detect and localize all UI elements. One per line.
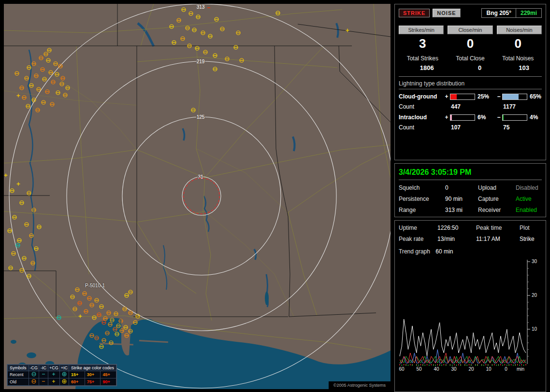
upload-label: Upload bbox=[478, 184, 516, 191]
intracloud-label: Intracloud bbox=[399, 114, 443, 121]
receiver-label: Receiver bbox=[478, 207, 516, 213]
svg-text:31: 31 bbox=[198, 174, 203, 180]
svg-text:30: 30 bbox=[532, 259, 537, 264]
cloud-ground-label: Cloud-ground bbox=[399, 93, 443, 100]
cg-minus-count: 1177 bbox=[495, 103, 548, 110]
total-strikes-value: 1806 bbox=[399, 64, 447, 71]
range-rings: 31321912531 bbox=[9, 4, 391, 388]
total-close-value: 0 bbox=[447, 64, 494, 71]
legend-row-recent: Recent15+30+45+ bbox=[8, 371, 116, 378]
close-per-min-button[interactable]: Close/min bbox=[448, 26, 492, 34]
upload-status: Disabled bbox=[516, 184, 542, 191]
total-strikes-label: Total Strikes bbox=[399, 55, 447, 62]
cm-icon bbox=[29, 371, 39, 378]
svg-text:20: 20 bbox=[532, 293, 537, 298]
squelch-value: 0 bbox=[445, 184, 478, 191]
distribution-title: Lightning type distribution bbox=[399, 80, 542, 87]
strikes-per-min-button[interactable]: Strikes/min bbox=[399, 26, 444, 34]
cg-plus-pct: 25% bbox=[475, 93, 495, 100]
strike-button[interactable]: STRIKE bbox=[399, 9, 430, 17]
svg-text:20: 20 bbox=[468, 366, 474, 372]
noises-per-min-value: 0 bbox=[494, 36, 542, 51]
trend-box: Uptime 1226:50 Peak time Plot Peak rate … bbox=[394, 220, 546, 392]
total-close-label: Total Close bbox=[447, 55, 494, 62]
svg-text:40: 40 bbox=[434, 366, 439, 372]
cm-icon bbox=[29, 378, 39, 386]
ic-minus-pct: 4% bbox=[527, 114, 548, 121]
cg-minus-pct: 65% bbox=[527, 93, 548, 100]
plus-sign: + bbox=[443, 93, 450, 100]
capture-label: Capture bbox=[478, 196, 516, 202]
legend-symbols-title: Symbols bbox=[8, 365, 29, 371]
squelch-label: Squelch bbox=[399, 184, 445, 191]
age-code: 90+ bbox=[101, 378, 116, 386]
legend-age-title: Strike age color codes bbox=[69, 365, 116, 371]
datetime-display: 3/4/2026 3:05:19 PM bbox=[399, 168, 542, 180]
nexstorm-window: 31321912531 P-5010-1 Symbols -CG -IC +CG… bbox=[0, 0, 550, 392]
road-network bbox=[4, 4, 391, 350]
ic-plus-pct: 6% bbox=[475, 114, 495, 121]
uptime-label: Uptime bbox=[399, 224, 437, 231]
noise-button[interactable]: NOISE bbox=[433, 9, 460, 17]
svg-text:30: 30 bbox=[451, 366, 457, 372]
copyright: ©2005 Astrogenic Systems bbox=[329, 381, 391, 389]
minus-sign: − bbox=[495, 93, 502, 100]
peak-rate-label: Peak rate bbox=[399, 236, 437, 242]
capture-status: Active bbox=[516, 196, 542, 202]
sensor-label: P-5010-1 bbox=[85, 283, 105, 288]
peak-rate-value: 13/min bbox=[437, 236, 476, 242]
ic-plus-count: 107 bbox=[443, 124, 495, 131]
state-borders bbox=[4, 4, 391, 317]
range-value: 313 mi bbox=[445, 207, 478, 213]
svg-text:60: 60 bbox=[399, 366, 405, 372]
trend-graph-window: 60 min bbox=[435, 248, 453, 255]
total-noises-value: 103 bbox=[494, 64, 542, 71]
m-icon bbox=[39, 378, 48, 386]
trend-graph-label: Trend graph bbox=[399, 248, 430, 255]
p-icon bbox=[48, 378, 60, 386]
age-code: 15+ bbox=[69, 371, 85, 378]
m-icon bbox=[39, 371, 48, 378]
peak-time-label: Peak time bbox=[476, 224, 520, 231]
close-per-min-value: 0 bbox=[447, 36, 494, 51]
svg-text:10: 10 bbox=[532, 326, 537, 332]
cg-plus-bar bbox=[450, 94, 475, 100]
cg-plus-count: 447 bbox=[443, 103, 495, 110]
map-legend: Symbols -CG -IC +CG +IC Strike age color… bbox=[7, 364, 117, 386]
legend-col-ncg: -CG bbox=[29, 365, 39, 371]
legend-row-label: Recent bbox=[8, 371, 29, 378]
svg-text:0: 0 bbox=[505, 366, 507, 372]
svg-text:50: 50 bbox=[416, 366, 422, 372]
total-noises-label: Total Noises bbox=[494, 55, 542, 62]
strike-stats-box: STRIKE NOISE Bng 205° 229mi Strikes/min … bbox=[394, 4, 546, 160]
bearing-display: Bng 205° 229mi bbox=[481, 8, 542, 18]
trend-graph: 1020306050403020100min bbox=[399, 257, 542, 378]
cp-icon bbox=[59, 378, 69, 386]
plot-label: Plot bbox=[520, 224, 542, 231]
p-icon bbox=[48, 371, 60, 378]
strike-map[interactable]: 31321912531 P-5010-1 Symbols -CG -IC +CG… bbox=[4, 4, 391, 389]
persistence-label: Persistence bbox=[399, 196, 445, 202]
cp-icon bbox=[59, 371, 69, 378]
strikes-per-min-value: 3 bbox=[399, 36, 447, 51]
range-label: Range bbox=[399, 207, 445, 213]
count-label: Count bbox=[399, 124, 443, 131]
legend-col-pcg: +CG bbox=[48, 365, 60, 371]
svg-text:min: min bbox=[517, 366, 524, 372]
legend-col-nic: -IC bbox=[39, 365, 48, 371]
svg-text:219: 219 bbox=[197, 59, 205, 64]
cg-minus-bar bbox=[502, 94, 527, 100]
svg-text:125: 125 bbox=[197, 114, 205, 120]
legend-col-pic: +IC bbox=[59, 365, 69, 371]
age-code: 30+ bbox=[85, 371, 101, 378]
receiver-status: Enabled bbox=[516, 207, 542, 213]
svg-text:313: 313 bbox=[197, 4, 205, 10]
close-alarm-ring bbox=[184, 178, 219, 214]
minus-sign: − bbox=[495, 114, 502, 121]
persistence-value: 90 min bbox=[445, 196, 478, 202]
svg-text:10: 10 bbox=[486, 366, 492, 372]
bearing-value: Bng 205° bbox=[482, 9, 515, 17]
age-code: 75+ bbox=[85, 378, 101, 386]
system-status-box: 3/4/2026 3:05:19 PM Squelch 0 Upload Dis… bbox=[394, 163, 546, 217]
noises-per-min-button[interactable]: Noises/min bbox=[497, 26, 542, 34]
